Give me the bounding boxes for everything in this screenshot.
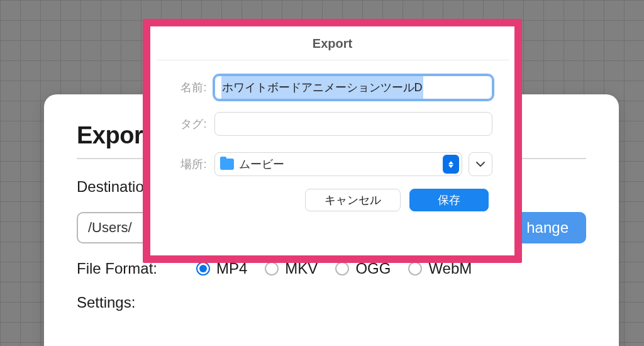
export-save-sheet: Export 名前: ホワイトボードアニメーションツールD タグ: 場所: [157, 26, 509, 226]
radio-dot-icon [196, 262, 210, 276]
cancel-button[interactable]: キャンセル [305, 189, 401, 211]
folder-icon [220, 159, 234, 170]
sheet-title-bar: Export [157, 26, 509, 60]
place-value: ムービー [239, 157, 284, 172]
chevron-down-icon [476, 161, 485, 167]
tags-label: タグ: [173, 116, 207, 131]
tags-input[interactable] [214, 112, 492, 136]
sheet-title: Export [157, 36, 509, 51]
annotation-highlight: Export 名前: ホワイトボードアニメーションツールD タグ: 場所: [143, 19, 522, 263]
name-label: 名前: [173, 80, 207, 95]
radio-dot-icon [408, 262, 422, 276]
place-select[interactable]: ムービー [214, 152, 462, 176]
radio-dot-icon [265, 262, 279, 276]
updown-icon [443, 155, 459, 174]
settings-label: Settings: [77, 294, 171, 311]
name-value-selected: ホワイトボードアニメーションツールD [221, 76, 423, 99]
radio-dot-icon [335, 262, 349, 276]
expand-button[interactable] [469, 152, 492, 176]
save-button[interactable]: 保存 [409, 189, 489, 211]
destination-path-text: /Users/ [88, 220, 132, 236]
place-label: 場所: [173, 157, 207, 172]
name-input[interactable]: ホワイトボードアニメーションツールD [214, 75, 492, 99]
